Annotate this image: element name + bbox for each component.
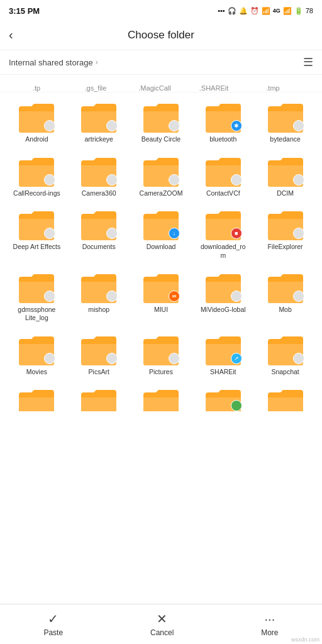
alarm-icon: ⏰: [250, 7, 259, 15]
folder-label: gdmssphone Lite_log: [11, 306, 62, 323]
folder-picsart[interactable]: PicsArt: [69, 329, 130, 380]
folder-gdmsslite[interactable]: gdmssphone Lite_log: [6, 267, 67, 326]
lte-icon: 4G: [273, 8, 280, 14]
folder-badge: [106, 291, 118, 302]
folder-badge: [231, 291, 242, 302]
folder-partial5[interactable]: [255, 382, 316, 415]
folder-label: MIUI: [154, 306, 168, 314]
folder-label: artrickeye: [84, 135, 113, 144]
folder-label: Deep Art Effects: [13, 243, 61, 252]
folder-label: Android: [25, 135, 48, 144]
folder-callrecordings[interactable]: CallRecord-ings: [6, 150, 67, 202]
battery-icon: 🔋: [294, 7, 303, 15]
folder-label: Beauty Circle: [142, 135, 180, 144]
folder-movies[interactable]: Movies: [6, 329, 67, 380]
folder-android[interactable]: Android: [6, 96, 67, 148]
breadcrumb-bar: Internal shared storage › ☰: [0, 50, 322, 75]
folder-badge: [106, 353, 118, 364]
folder-label: SHAREit: [210, 368, 236, 377]
folder-snapchat[interactable]: Snapchat: [255, 329, 316, 380]
more-label: More: [261, 628, 278, 637]
hidden-file-5: .tmp: [245, 84, 301, 92]
folder-badge: [293, 174, 304, 186]
more-icon: ···: [265, 612, 275, 626]
folder-label: Mob: [279, 306, 291, 314]
signal2-icon: 📶: [283, 7, 292, 15]
folder-label: Snapchat: [271, 368, 299, 377]
folder-badge: [293, 291, 304, 302]
folder-label: PicsArt: [89, 368, 109, 377]
breadcrumb-label: Internal shared storage: [9, 58, 93, 67]
folder-partial2[interactable]: [69, 382, 130, 415]
status-time: 3:15 PM: [9, 6, 40, 16]
hidden-file-2: .gs_file: [68, 84, 123, 92]
cancel-button[interactable]: ✕ Cancel: [150, 611, 174, 637]
folder-partial3[interactable]: [131, 382, 192, 415]
folder-badge-miui: MI: [169, 291, 180, 302]
folder-download[interactable]: ↓ Download: [131, 204, 192, 264]
folder-label: Download: [147, 243, 176, 252]
hidden-file-4: .SHAREit: [186, 84, 242, 92]
folder-label: mishop: [88, 306, 109, 314]
folder-label: Pictures: [149, 368, 173, 377]
folder-bluetooth[interactable]: ✱ bluetooth: [192, 96, 253, 148]
folder-label: Camera360: [82, 189, 116, 198]
folder-pictures[interactable]: Pictures: [131, 329, 192, 380]
folder-badge: [44, 174, 55, 186]
folder-bytedance[interactable]: bytedance: [255, 96, 316, 148]
header: ‹ Choose folder: [0, 20, 322, 50]
folder-partial4[interactable]: [192, 382, 253, 415]
status-icons: ••• 🎧 🔔 ⏰ 📶 4G 📶 🔋 78: [218, 7, 313, 15]
back-button[interactable]: ‹: [9, 28, 13, 42]
dots-icon: •••: [218, 7, 225, 14]
folder-grid: Android artrickeye Beauty Circle: [0, 92, 322, 419]
folder-fileexplorer[interactable]: FileExplorer: [255, 204, 316, 264]
folder-camerazoom[interactable]: CameraZOOM: [131, 150, 192, 202]
folder-badge: [169, 120, 180, 131]
scroll-area: .tp .gs_file .MagicCall .SHAREit .tmp An…: [0, 75, 322, 601]
folder-label: bytedance: [270, 135, 300, 144]
status-bar: 3:15 PM ••• 🎧 🔔 ⏰ 📶 4G 📶 🔋 78: [0, 0, 322, 20]
folder-shareit[interactable]: ↗ SHAREit: [192, 329, 253, 380]
folder-partial1[interactable]: [6, 382, 67, 415]
header-title: Choose folder: [128, 29, 194, 42]
folder-dcim[interactable]: DCIM: [255, 150, 316, 202]
folder-downloadedrom[interactable]: ■ downloaded_rom: [192, 204, 253, 264]
folder-label: CameraZOOM: [140, 189, 183, 198]
cancel-label: Cancel: [150, 628, 174, 637]
hidden-files-row: .tp .gs_file .MagicCall .SHAREit .tmp: [0, 75, 322, 92]
folder-label: CallRecord-ings: [13, 189, 60, 198]
folder-badge: [293, 353, 304, 364]
paste-icon: ✓: [48, 611, 58, 626]
folder-badge: [106, 174, 118, 186]
folder-badge: [231, 174, 242, 186]
folder-mishop[interactable]: mishop: [69, 267, 130, 326]
folder-badge: [169, 353, 180, 364]
folder-contactvcf[interactable]: ContactVCf: [192, 150, 253, 202]
folder-artrickeye[interactable]: artrickeye: [69, 96, 130, 148]
menu-icon[interactable]: ☰: [303, 55, 313, 69]
folder-badge-shareit: ↗: [231, 353, 242, 364]
folder-camera360[interactable]: Camera360: [69, 150, 130, 202]
paste-button[interactable]: ✓ Paste: [43, 611, 63, 637]
folder-label: FileExplorer: [268, 243, 303, 252]
folder-mob[interactable]: Mob: [255, 267, 316, 326]
folder-label: ContactVCf: [206, 189, 240, 198]
breadcrumb-arrow: ›: [96, 58, 98, 67]
folder-label: Movies: [26, 368, 47, 377]
headphone-icon: 🎧: [228, 7, 236, 15]
folder-badge-downloadedrom: ■: [231, 228, 242, 239]
folder-badge: [293, 120, 304, 131]
folder-miui[interactable]: MI MIUI: [131, 267, 192, 326]
more-button[interactable]: ··· More: [261, 612, 278, 637]
folder-mivideoglobal[interactable]: MiVideoG-lobal: [192, 267, 253, 326]
folder-beautycircle[interactable]: Beauty Circle: [131, 96, 192, 148]
folder-deeparteffects[interactable]: Deep Art Effects: [6, 204, 67, 264]
folder-label: Documents: [82, 243, 116, 252]
breadcrumb[interactable]: Internal shared storage ›: [9, 58, 98, 67]
folder-badge-bluetooth: ✱: [231, 120, 242, 131]
bottom-toolbar: ✓ Paste ✕ Cancel ··· More: [0, 604, 322, 644]
signal-icon: 📶: [262, 7, 270, 15]
folder-label: downloaded_rom: [198, 243, 248, 260]
folder-documents[interactable]: Documents: [69, 204, 130, 264]
